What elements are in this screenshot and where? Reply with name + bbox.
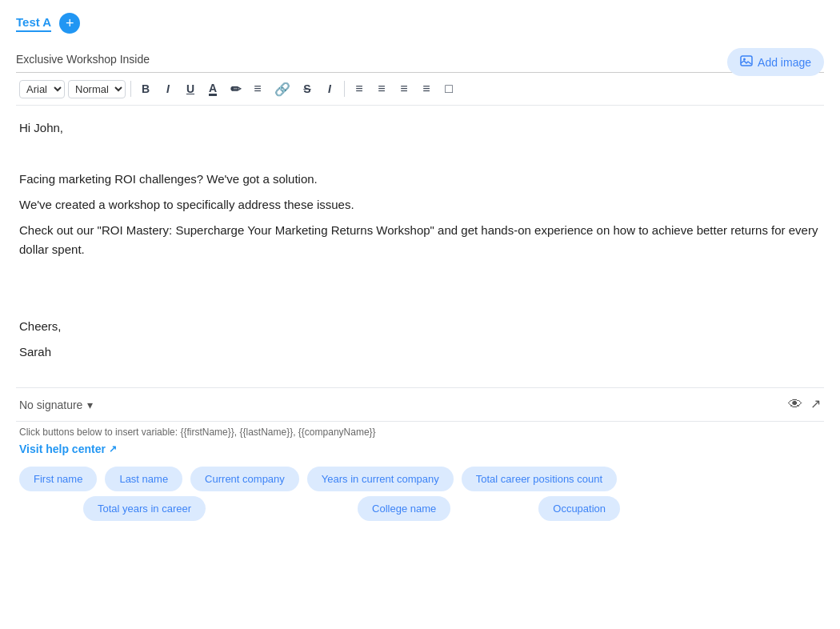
editor-line-7	[19, 291, 821, 310]
highlight-button[interactable]: ✏	[226, 79, 245, 98]
font-color-button[interactable]: A	[203, 79, 222, 98]
variable-college-name[interactable]: College name	[358, 496, 450, 521]
variable-buttons-row1: First name Last name Current company Yea…	[16, 459, 824, 496]
outdent-button[interactable]: ≡	[417, 79, 436, 98]
editor-toolbar: Arial Normal B I U A ✏ ≡ 🔗 S I ≡ ≡ ≡ ≡ □	[16, 73, 824, 106]
chevron-down-icon: ▾	[87, 399, 93, 411]
align-center-button[interactable]: ≡	[248, 79, 267, 98]
svg-rect-0	[741, 56, 752, 66]
bold-button[interactable]: B	[136, 79, 155, 98]
indent-button[interactable]: ≡	[394, 79, 414, 98]
variable-total-career-positions[interactable]: Total career positions count	[462, 467, 617, 491]
editor-line-5: Check out our "ROI Mastery: Supercharge …	[19, 221, 821, 259]
font-color-label: A	[209, 82, 217, 96]
subject-input[interactable]	[16, 46, 824, 73]
signature-row: No signature ▾ 👁 ↗	[16, 387, 824, 421]
signature-label: No signature	[19, 399, 82, 411]
toolbar-separator-2	[344, 81, 345, 97]
editor-line-1: Hi John,	[19, 118, 821, 138]
help-center-label: Visit help center	[19, 443, 106, 455]
tab-test-a[interactable]: Test A	[16, 15, 51, 32]
toolbar-separator-1	[130, 81, 131, 97]
text-italic-button[interactable]: I	[320, 79, 339, 98]
email-editor[interactable]: Hi John, Facing marketing ROI challenges…	[16, 106, 824, 381]
font-size-select[interactable]: Normal	[68, 80, 126, 98]
signature-selector[interactable]: No signature ▾	[19, 399, 93, 411]
preview-icon[interactable]: 👁	[788, 396, 802, 413]
variable-buttons-row2: Total years in career College name Occup…	[16, 496, 824, 526]
block-button[interactable]: □	[439, 79, 458, 98]
editor-line-6	[19, 266, 821, 285]
variable-last-name[interactable]: Last name	[105, 467, 182, 491]
external-link-icon[interactable]: ↗	[810, 396, 821, 413]
tab-row: Test A +	[16, 13, 824, 34]
variable-occupation[interactable]: Occupation	[538, 496, 620, 521]
variables-hint: Click buttons below to insert variable: …	[16, 422, 824, 439]
strikethrough-button[interactable]: S	[298, 79, 317, 98]
main-container: Test A + Add image Arial Normal B I U A …	[0, 0, 840, 629]
signature-actions: 👁 ↗	[788, 396, 821, 413]
underline-button[interactable]: U	[181, 79, 200, 98]
svg-point-1	[743, 58, 746, 61]
help-center-link[interactable]: Visit help center ↗	[16, 439, 120, 459]
add-image-button[interactable]: Add image	[727, 48, 824, 76]
editor-line-3: Facing marketing ROI challenges? We've g…	[19, 170, 821, 189]
variable-current-company[interactable]: Current company	[190, 467, 299, 491]
editor-line-2	[19, 144, 821, 163]
font-family-select[interactable]: Arial	[19, 80, 65, 98]
add-tab-button[interactable]: +	[59, 13, 80, 34]
link-button[interactable]: 🔗	[270, 79, 294, 98]
variable-total-years-in-career[interactable]: Total years in career	[83, 496, 206, 521]
add-image-label: Add image	[758, 56, 811, 69]
external-link-small-icon: ↗	[109, 443, 117, 455]
variable-first-name[interactable]: First name	[19, 467, 97, 491]
image-icon	[740, 54, 753, 70]
bullet-list-button[interactable]: ≡	[372, 79, 391, 98]
italic-button[interactable]: I	[158, 79, 178, 98]
editor-line-9: Sarah	[19, 343, 821, 362]
editor-line-4: We've created a workshop to specifically…	[19, 195, 821, 214]
variable-years-in-current-company[interactable]: Years in current company	[307, 467, 454, 491]
editor-line-8: Cheers,	[19, 317, 821, 336]
numbered-list-button[interactable]: ≡	[350, 79, 369, 98]
